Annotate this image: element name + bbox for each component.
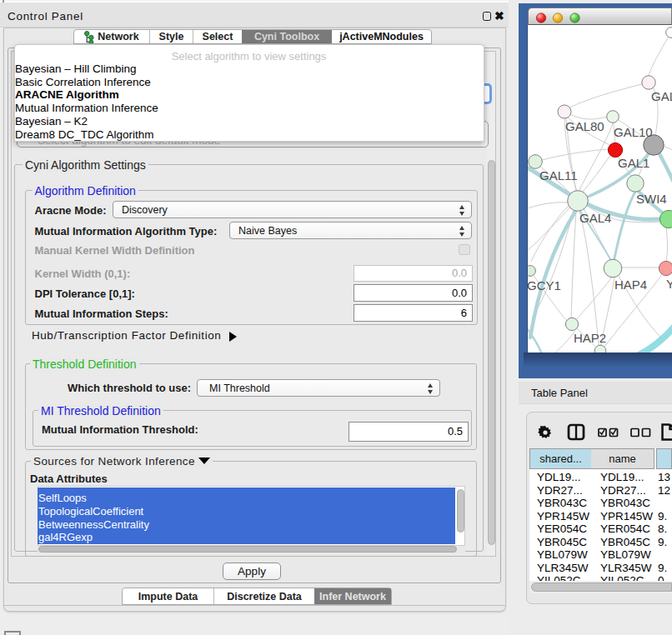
- svg-text:HAP4: HAP4: [614, 278, 647, 292]
- svg-text:GAL80: GAL80: [565, 119, 604, 133]
- svg-text:YI: YI: [666, 277, 672, 291]
- svg-text:GAL11: GAL11: [539, 168, 578, 182]
- svg-text:GAL1: GAL1: [618, 156, 649, 170]
- svg-text:GAL10: GAL10: [614, 125, 653, 139]
- svg-text:SWI4: SWI4: [636, 192, 667, 206]
- svg-text:GCY1: GCY1: [528, 278, 561, 292]
- svg-text:GAL4: GAL4: [579, 211, 611, 225]
- svg-text:GAL7: GAL7: [651, 89, 672, 103]
- svg-text:HAP2: HAP2: [574, 331, 606, 345]
